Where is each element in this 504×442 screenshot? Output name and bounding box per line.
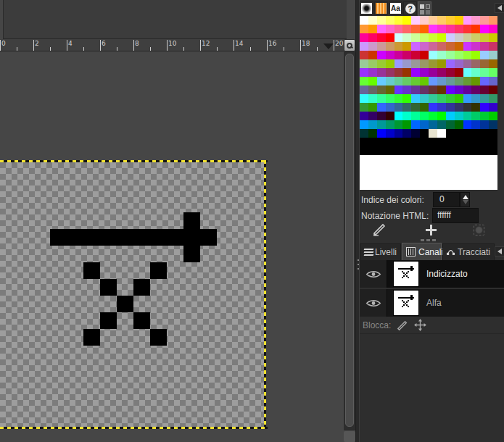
palette-cell[interactable] [437, 120, 446, 129]
palette-cell[interactable] [386, 42, 394, 51]
channel-row-indicizzato[interactable]: Indicizzato [360, 260, 504, 288]
channel-row-alfa[interactable]: Alfa [360, 289, 504, 317]
palette-cell[interactable] [437, 146, 446, 155]
zoom-follow-window-button[interactable] [344, 39, 355, 51]
palette-cell[interactable] [471, 112, 480, 120]
palette-cell[interactable] [368, 112, 377, 120]
palette-cell[interactable] [377, 68, 386, 77]
palette-cell[interactable] [429, 59, 437, 68]
tab-channels[interactable]: Canali [402, 243, 442, 260]
palette-cell[interactable] [411, 112, 420, 120]
palette-cell[interactable] [471, 120, 480, 129]
palette-cell[interactable] [368, 51, 377, 59]
palette-cell[interactable] [402, 59, 411, 68]
palette-cell[interactable] [455, 77, 463, 86]
palette-cell[interactable] [480, 59, 489, 68]
palette-cell[interactable] [360, 77, 368, 86]
palette-cell[interactable] [463, 129, 472, 138]
palette-cell[interactable] [480, 129, 489, 138]
colormap-palette[interactable] [360, 16, 497, 190]
palette-cell[interactable] [489, 77, 497, 86]
tab-paths[interactable]: Tracciati [442, 243, 495, 260]
palette-cell[interactable] [420, 68, 429, 77]
palette-cell[interactable] [455, 51, 463, 59]
palette-cell[interactable] [463, 94, 472, 103]
palette-cell[interactable] [429, 103, 437, 112]
palette-cell[interactable] [420, 42, 429, 51]
palette-cell[interactable] [386, 77, 394, 86]
palette-cell[interactable] [394, 112, 403, 120]
palette-cell[interactable] [463, 146, 472, 155]
palette-cell[interactable] [386, 68, 394, 77]
palette-cell[interactable] [471, 103, 480, 112]
palette-cell[interactable] [411, 51, 420, 59]
palette-cell[interactable] [420, 33, 429, 42]
palette-cell[interactable] [437, 112, 446, 120]
palette-cell[interactable] [377, 16, 386, 25]
palette-cell[interactable] [437, 138, 446, 146]
palette-cell[interactable] [402, 33, 411, 42]
palette-cell[interactable] [377, 42, 386, 51]
palette-cell[interactable] [471, 42, 480, 51]
dock-tab-patterns[interactable] [374, 1, 388, 15]
visibility-toggle[interactable] [360, 289, 387, 317]
spin-up-icon[interactable] [463, 195, 468, 199]
palette-cell[interactable] [480, 51, 489, 59]
palette-cell[interactable] [471, 33, 480, 42]
tab-layers[interactable]: Livelli [360, 243, 401, 260]
palette-cell[interactable] [480, 94, 489, 103]
palette-cell[interactable] [446, 86, 455, 94]
palette-cell[interactable] [420, 16, 429, 25]
palette-cell[interactable] [489, 120, 497, 129]
palette-cell[interactable] [480, 33, 489, 42]
palette-cell[interactable] [394, 103, 403, 112]
palette-cell[interactable] [368, 94, 377, 103]
palette-cell[interactable] [471, 129, 480, 138]
palette-cell[interactable] [437, 77, 446, 86]
palette-cell[interactable] [420, 94, 429, 103]
palette-cell[interactable] [489, 146, 497, 155]
palette-cell[interactable] [463, 51, 472, 59]
palette-cell[interactable] [471, 146, 480, 155]
palette-cell[interactable] [360, 25, 368, 33]
palette-cell[interactable] [489, 129, 497, 138]
palette-cell[interactable] [411, 120, 420, 129]
palette-cell[interactable] [471, 94, 480, 103]
palette-cell[interactable] [360, 42, 368, 51]
palette-cell[interactable] [360, 94, 368, 103]
palette-cell[interactable] [480, 42, 489, 51]
palette-cell[interactable] [377, 112, 386, 120]
palette-cell[interactable] [446, 68, 455, 77]
palette-cell[interactable] [489, 86, 497, 94]
dock-tab-help[interactable]: ? [403, 1, 417, 15]
palette-cell[interactable] [386, 103, 394, 112]
palette-cell[interactable] [368, 86, 377, 94]
palette-cell[interactable] [377, 103, 386, 112]
palette-cell[interactable] [368, 25, 377, 33]
palette-cell[interactable] [394, 25, 403, 33]
palette-cell[interactable] [446, 33, 455, 42]
select-color-button[interactable] [470, 222, 487, 237]
palette-cell[interactable] [394, 138, 403, 146]
palette-cell[interactable] [446, 42, 455, 51]
palette-cell[interactable] [429, 146, 437, 155]
palette-cell[interactable] [429, 138, 437, 146]
html-notation-entry[interactable]: ffffff [432, 208, 479, 223]
palette-cell[interactable] [386, 25, 394, 33]
palette-cell[interactable] [463, 120, 472, 129]
palette-cell[interactable] [471, 51, 480, 59]
palette-cell[interactable] [360, 51, 368, 59]
palette-cell[interactable] [386, 33, 394, 42]
palette-cell[interactable] [480, 77, 489, 86]
palette-cell[interactable] [446, 112, 455, 120]
vertical-scrollbar-thumb[interactable] [345, 54, 354, 427]
palette-cell[interactable] [471, 25, 480, 33]
palette-cell[interactable] [437, 103, 446, 112]
palette-cell[interactable] [446, 16, 455, 25]
palette-cell[interactable] [437, 51, 446, 59]
palette-cell[interactable] [394, 77, 403, 86]
palette-cell[interactable] [386, 59, 394, 68]
palette-cell[interactable] [411, 103, 420, 112]
palette-cell[interactable] [437, 42, 446, 51]
palette-cell[interactable] [446, 77, 455, 86]
